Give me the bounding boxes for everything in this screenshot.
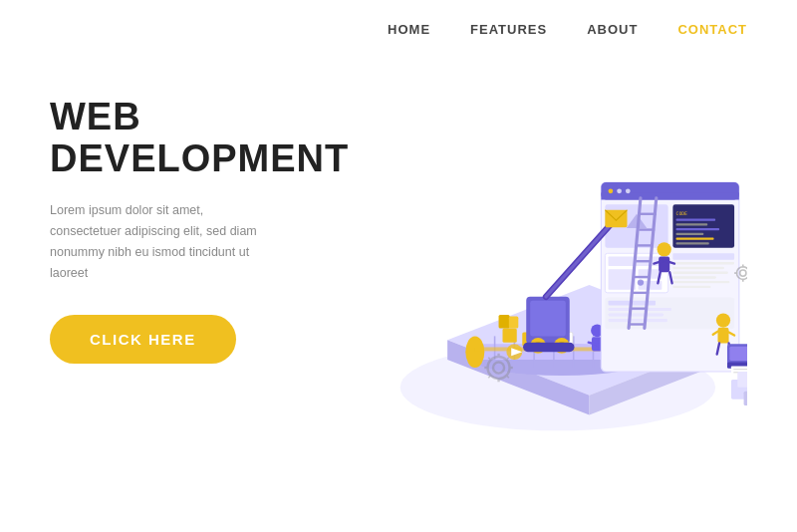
svg-point-28 [626, 188, 631, 193]
svg-rect-47 [673, 262, 735, 264]
nav-contact[interactable]: CONTACT [677, 22, 747, 37]
svg-rect-39 [676, 242, 709, 244]
svg-rect-50 [673, 276, 717, 278]
svg-rect-49 [673, 272, 728, 274]
svg-rect-116 [738, 372, 747, 388]
svg-rect-46 [673, 253, 735, 259]
svg-point-84 [658, 242, 671, 256]
svg-rect-35 [676, 223, 708, 225]
svg-rect-65 [530, 301, 566, 337]
cta-button[interactable]: CLICK HERE [50, 315, 236, 364]
svg-rect-85 [659, 256, 669, 272]
hero-title: WEB DEVELOPMENT [50, 97, 349, 180]
svg-rect-104 [509, 317, 518, 329]
svg-point-26 [609, 188, 614, 193]
svg-rect-117 [744, 392, 747, 405]
svg-rect-37 [676, 233, 704, 235]
svg-rect-36 [676, 228, 720, 230]
nav-about[interactable]: ABOUT [587, 22, 638, 37]
svg-rect-48 [673, 267, 724, 269]
svg-rect-91 [718, 328, 729, 344]
svg-rect-38 [676, 237, 714, 239]
left-content: WEB DEVELOPMENT Lorem ipsum dolor sit am… [50, 67, 349, 364]
web-dev-illustration: CODE [369, 67, 747, 495]
svg-rect-97 [730, 347, 747, 361]
svg-rect-52 [673, 286, 711, 288]
hero-description: Lorem ipsum dolor sit amet, consectetuer… [50, 200, 259, 285]
main-section: WEB DEVELOPMENT Lorem ipsum dolor sit am… [0, 47, 797, 495]
svg-point-6 [466, 336, 485, 368]
svg-point-27 [617, 188, 622, 193]
play-button [507, 344, 523, 360]
nav-features[interactable]: FEATURES [470, 22, 547, 37]
svg-point-90 [716, 313, 730, 327]
svg-rect-25 [602, 192, 739, 199]
svg-rect-56 [609, 313, 664, 316]
svg-point-59 [740, 270, 746, 276]
svg-text:CODE: CODE [676, 211, 688, 216]
boxes-right [731, 372, 747, 405]
svg-rect-103 [499, 315, 510, 328]
svg-rect-102 [503, 328, 517, 342]
svg-rect-34 [676, 218, 716, 220]
illustration-area: CODE [369, 67, 747, 495]
navbar: HOME FEATURES ABOUT CONTACT [0, 0, 797, 47]
svg-rect-73 [523, 343, 574, 352]
nav-home[interactable]: HOME [388, 22, 430, 37]
svg-rect-51 [673, 281, 730, 283]
svg-point-45 [638, 279, 644, 285]
svg-rect-57 [609, 319, 667, 322]
